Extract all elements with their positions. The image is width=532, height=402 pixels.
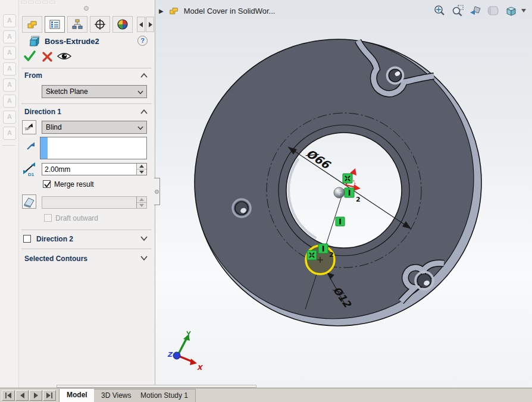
reverse-direction-button[interactable] <box>22 120 36 134</box>
spinner-up-button[interactable] <box>137 164 146 169</box>
propertymanager-icon <box>49 19 60 30</box>
chevron-down-icon <box>137 126 143 130</box>
annotation-icon-5[interactable]: A <box>3 78 16 92</box>
divider <box>21 68 152 68</box>
relation-count-badge: 2 <box>329 251 334 259</box>
chevron-down-icon[interactable] <box>140 255 148 261</box>
preview-eye-button[interactable] <box>57 51 72 61</box>
tab-propertymanager[interactable] <box>45 16 65 33</box>
tab-scroll-left-button[interactable] <box>137 17 145 32</box>
from-plane-value: Sketch Plane <box>46 87 88 96</box>
end-condition-value: Blind <box>46 123 62 131</box>
boss-extrude-icon <box>28 35 41 48</box>
triangle-up-icon <box>139 198 144 201</box>
draft-angle-spinner <box>42 196 147 209</box>
last-frame-button[interactable] <box>43 390 56 401</box>
triangle-down-icon <box>139 204 144 207</box>
divider <box>2 145 15 146</box>
draft-angle-input[interactable] <box>45 197 133 208</box>
spinner-down-button[interactable] <box>137 203 146 209</box>
tab-dimxpertmanager[interactable] <box>90 16 110 33</box>
left-mount-hole <box>233 199 251 217</box>
tab-model[interactable]: Model <box>59 389 95 402</box>
divider <box>21 249 152 249</box>
merge-result-checkbox[interactable] <box>43 180 51 188</box>
depth-input[interactable] <box>45 164 133 175</box>
relation-coincident-badge-2[interactable] <box>318 244 328 253</box>
splitter-dot-icon <box>155 190 159 194</box>
annotation-icon-8[interactable]: A <box>3 127 16 140</box>
pushpin-icon[interactable] <box>84 6 89 11</box>
tab-motion-study-1[interactable]: Motion Study 1 <box>133 389 196 402</box>
chevron-up-icon[interactable] <box>140 109 148 115</box>
tab-displaymanager[interactable] <box>112 16 133 33</box>
tab-scroll-right-button[interactable] <box>146 17 154 32</box>
arrow-left-icon <box>139 22 143 27</box>
toolbar-fragment <box>21 1 27 4</box>
draft-button[interactable] <box>22 194 36 209</box>
draft-icon <box>23 196 35 208</box>
direction-reference-selection-box[interactable] <box>40 137 147 159</box>
annotation-icon-2[interactable]: A <box>3 30 16 43</box>
draft-outward-label: Draft outward <box>55 214 98 222</box>
spinner-down-button[interactable] <box>137 169 146 175</box>
cancel-button[interactable] <box>42 52 52 62</box>
merge-result-label: Merge result <box>54 180 94 189</box>
triangle-up-icon <box>139 165 144 168</box>
displaymanager-icon <box>117 19 128 30</box>
annotation-icon-6[interactable]: A <box>3 95 16 108</box>
feature-title: Boss-Extrude2 <box>45 37 99 46</box>
reference-triad: X Z Y <box>167 331 204 372</box>
spinner-up-button[interactable] <box>137 197 146 203</box>
arrow-right-icon <box>148 22 152 27</box>
skip-to-end-icon <box>46 392 53 398</box>
help-button[interactable]: ? <box>137 36 148 46</box>
model-canvas[interactable]: Ø66 Ø12 <box>155 0 532 388</box>
triangle-down-icon <box>139 171 144 174</box>
annotation-icon-4[interactable]: A <box>3 62 16 76</box>
divider <box>21 103 152 104</box>
next-icon <box>33 392 39 398</box>
from-plane-dropdown[interactable]: Sketch Plane <box>42 85 147 98</box>
toolbar-fragment <box>28 1 34 4</box>
chevron-up-icon[interactable] <box>140 73 148 78</box>
selected-contours-group-label: Selected Contours <box>24 255 87 263</box>
triad-x-arrow <box>190 359 197 365</box>
annotation-icon-3[interactable]: A <box>3 46 16 59</box>
relation-count-badge: 2 <box>356 196 361 203</box>
next-frame-button[interactable] <box>29 390 42 401</box>
draft-outward-checkbox[interactable] <box>44 214 52 222</box>
annotation-icon-1[interactable]: A <box>3 14 16 27</box>
tab-configurationmanager[interactable] <box>67 16 87 33</box>
featuremanager-icon <box>26 18 38 30</box>
direction2-checkbox[interactable] <box>23 235 31 243</box>
relation-vertical-badge[interactable] <box>336 217 345 226</box>
graphics-viewport[interactable]: ▶ Model Cover in SolidWor... <box>155 0 532 388</box>
direction2-group-label: Direction 2 <box>36 235 73 243</box>
toolbar-fragment <box>42 1 48 4</box>
part-body[interactable] <box>193 38 481 326</box>
relation-intersection-badge-2[interactable] <box>307 250 317 260</box>
annotation-icon-7[interactable]: A <box>3 111 16 124</box>
chevron-down-icon <box>137 90 143 95</box>
reverse-direction-icon <box>23 121 35 133</box>
end-condition-dropdown[interactable]: Blind <box>42 121 147 134</box>
depth-d1-icon: D1 <box>21 161 39 177</box>
relation-coincident-badge[interactable] <box>345 188 354 197</box>
tab-featuremanager[interactable] <box>22 16 42 33</box>
from-group-label: From <box>24 71 42 80</box>
relation-intersection-badge[interactable] <box>343 174 352 183</box>
ok-button[interactable] <box>23 51 36 62</box>
chevron-down-icon[interactable] <box>140 235 148 241</box>
direction1-group-label: Direction 1 <box>24 108 61 116</box>
left-toolbar: A A A A A A A A <box>0 0 19 388</box>
first-frame-button[interactable] <box>2 390 15 401</box>
toolbar-fragment <box>49 1 55 4</box>
panel-splitter-handle[interactable] <box>154 178 160 205</box>
direction-reference-icon <box>26 140 36 151</box>
spinner-buttons <box>136 164 146 175</box>
svg-text:D1: D1 <box>28 172 35 177</box>
tab-3d-views[interactable]: 3D Views <box>94 389 139 402</box>
previous-frame-button[interactable] <box>15 390 29 401</box>
depth-spinner <box>42 163 147 175</box>
